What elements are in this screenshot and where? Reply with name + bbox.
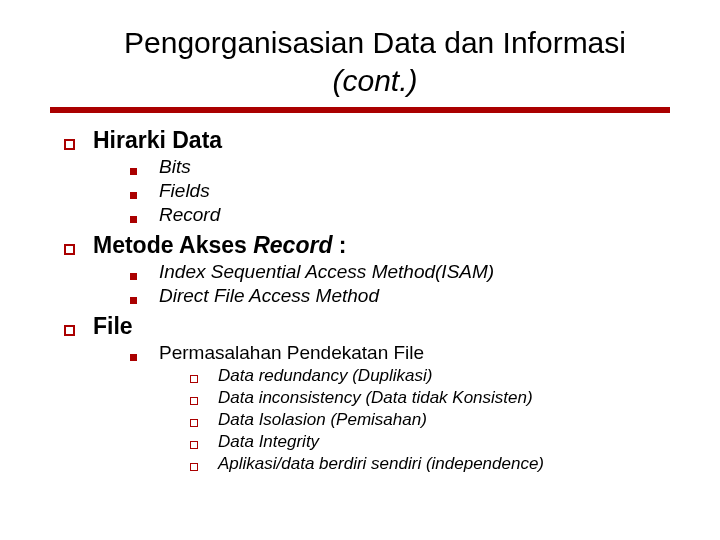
heading-text: Metode Akses Record : [93,232,347,259]
item-text: Permasalahan Pendekatan File [159,342,424,364]
hollow-square-icon [190,375,198,383]
title-underline [50,107,670,113]
item-text: Data Isolasion (Pemisahan) [218,410,427,430]
section-heading: Hirarki Data [64,127,660,154]
hollow-square-icon [64,244,75,255]
section-heading: Metode Akses Record : [64,232,660,259]
filled-square-icon [130,192,137,199]
heading-text: Hirarki Data [93,127,222,154]
title-cont: (cont.) [332,64,417,97]
item-text: Aplikasi/data berdiri sendiri (independe… [218,454,544,474]
slide-title: Pengorganisasian Data dan Informasi (con… [90,24,660,99]
hollow-square-icon [190,441,198,449]
list-item: Aplikasi/data berdiri sendiri (independe… [190,454,660,474]
list-item: Permasalahan Pendekatan File [130,342,660,364]
hollow-square-icon [64,325,75,336]
list-item: Record [130,204,660,226]
list-item: Bits [130,156,660,178]
section-heading: File [64,313,660,340]
item-text: Record [159,204,220,226]
item-text: Data Integrity [218,432,319,452]
item-text: Fields [159,180,210,202]
hollow-square-icon [64,139,75,150]
list-item: Direct File Access Method [130,285,660,307]
list-item: Data Isolasion (Pemisahan) [190,410,660,430]
filled-square-icon [130,354,137,361]
list-item: Data Integrity [190,432,660,452]
list-item: Data inconsistency (Data tidak Konsisten… [190,388,660,408]
list-item: Index Sequential Access Method(ISAM) [130,261,660,283]
filled-square-icon [130,297,137,304]
filled-square-icon [130,216,137,223]
item-text: Data redundancy (Duplikasi) [218,366,433,386]
item-text: Bits [159,156,191,178]
heading-text: File [93,313,133,340]
hollow-square-icon [190,419,198,427]
title-text: Pengorganisasian Data dan Informasi [124,26,626,59]
list-item: Fields [130,180,660,202]
item-text: Data inconsistency (Data tidak Konsisten… [218,388,533,408]
filled-square-icon [130,273,137,280]
filled-square-icon [130,168,137,175]
item-text: Direct File Access Method [159,285,379,307]
item-text: Index Sequential Access Method(ISAM) [159,261,494,283]
list-item: Data redundancy (Duplikasi) [190,366,660,386]
hollow-square-icon [190,463,198,471]
hollow-square-icon [190,397,198,405]
